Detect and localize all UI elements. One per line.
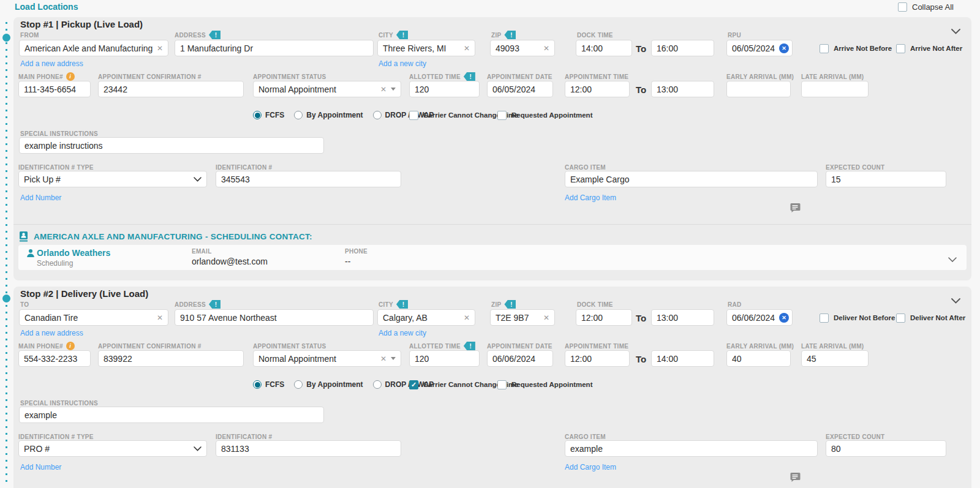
clear-date-icon[interactable]: ✕ <box>779 313 789 323</box>
expected-count-field[interactable] <box>826 440 946 457</box>
city-input[interactable] <box>383 43 461 53</box>
address-field[interactable] <box>175 40 374 56</box>
appt-status-select[interactable]: Normal Appointment ✕ <box>253 350 401 367</box>
late-arrival-input[interactable] <box>807 84 863 94</box>
rpu-date-field[interactable]: ✕ <box>726 40 793 56</box>
special-instructions-input[interactable] <box>24 410 318 420</box>
appt-confirmation-field[interactable] <box>98 81 244 97</box>
appt-date-field[interactable] <box>487 81 553 97</box>
dock-time-from-input[interactable] <box>581 43 627 53</box>
collapse-stop-chevron-icon[interactable] <box>951 26 960 37</box>
cargo-item-field[interactable] <box>565 440 818 457</box>
scheduling-contact-row[interactable]: Orlando Weathers Scheduling EMAIL orland… <box>18 245 967 270</box>
arrive-not-before-checkbox[interactable]: ✓ <box>820 44 829 53</box>
id-type-select[interactable]: PRO # <box>18 440 207 457</box>
cargo-item-input[interactable] <box>570 444 812 454</box>
dock-time-to-field[interactable] <box>651 40 714 56</box>
notes-icon[interactable] <box>790 472 801 485</box>
early-arrival-input[interactable] <box>732 354 785 364</box>
appt-time-to-input[interactable] <box>657 84 709 94</box>
carrier-cannot-change-checkbox[interactable]: ✓ <box>409 111 418 120</box>
radio-by-appointment[interactable]: By Appointment <box>294 111 363 119</box>
dock-time-to-input[interactable] <box>657 313 709 323</box>
radio-fcfs[interactable]: FCFS <box>253 380 284 389</box>
add-city-link[interactable]: Add a new city <box>379 59 426 68</box>
radio-icon[interactable] <box>294 380 303 389</box>
collapse-stop-chevron-icon[interactable] <box>951 295 960 306</box>
clear-icon[interactable]: ✕ <box>464 45 470 52</box>
city-field[interactable]: ✕ <box>377 309 475 326</box>
clear-icon[interactable]: ✕ <box>543 45 549 52</box>
radio-fcfs[interactable]: FCFS <box>253 111 284 119</box>
address-field[interactable] <box>175 309 374 326</box>
add-city-link[interactable]: Add a new city <box>379 329 426 337</box>
special-instructions-field[interactable] <box>19 407 324 423</box>
expected-count-input[interactable] <box>831 175 941 184</box>
clear-icon[interactable]: ✕ <box>157 45 163 52</box>
rad-date-field[interactable]: ✕ <box>726 309 793 326</box>
radio-icon[interactable] <box>253 380 262 389</box>
early-arrival-input[interactable] <box>732 84 785 94</box>
clear-icon[interactable]: ✕ <box>157 314 163 321</box>
dock-time-to-input[interactable] <box>657 43 709 53</box>
appt-time-to-field[interactable] <box>651 350 714 367</box>
radio-icon[interactable] <box>373 380 382 389</box>
dropdown-arrow-icon[interactable] <box>391 88 396 91</box>
late-arrival-field[interactable] <box>801 350 869 367</box>
late-arrival-field[interactable] <box>801 81 869 97</box>
rad-date-input[interactable] <box>732 313 777 323</box>
address-input[interactable] <box>180 313 368 323</box>
appt-status-select[interactable]: Normal Appointment ✕ <box>253 81 401 97</box>
main-phone-field[interactable] <box>18 350 91 367</box>
cargo-item-field[interactable] <box>565 171 818 187</box>
id-number-input[interactable] <box>221 444 396 454</box>
add-number-link[interactable]: Add Number <box>20 193 61 202</box>
deliver-not-before-checkbox[interactable]: ✓ <box>820 313 829 323</box>
appt-time-to-input[interactable] <box>657 354 709 364</box>
radio-icon[interactable] <box>253 111 262 119</box>
chevron-down-icon[interactable] <box>194 446 202 451</box>
id-number-field[interactable] <box>216 440 401 457</box>
expand-contact-chevron-icon[interactable] <box>948 253 957 265</box>
appt-confirmation-input[interactable] <box>104 354 238 364</box>
add-cargo-item-link[interactable]: Add Cargo Item <box>565 463 616 471</box>
radio-by-appointment[interactable]: By Appointment <box>294 380 363 389</box>
to-input[interactable] <box>24 313 154 323</box>
add-cargo-item-link[interactable]: Add Cargo Item <box>565 193 616 202</box>
appt-date-field[interactable] <box>487 350 553 367</box>
zip-field[interactable]: ✕ <box>490 40 555 56</box>
main-phone-input[interactable] <box>24 84 85 94</box>
appt-date-input[interactable] <box>492 354 548 364</box>
arrive-not-after-checkbox[interactable]: ✓ <box>896 44 905 53</box>
expected-count-field[interactable] <box>826 171 946 187</box>
add-number-link[interactable]: Add Number <box>20 463 61 471</box>
appt-time-from-input[interactable] <box>570 84 624 94</box>
allotted-time-field[interactable] <box>409 350 480 367</box>
clear-icon[interactable]: ✕ <box>380 355 386 362</box>
appt-time-from-field[interactable] <box>565 350 630 367</box>
chevron-down-icon[interactable] <box>194 177 202 182</box>
requested-appointment-checkbox[interactable]: ✓ <box>497 380 507 389</box>
expected-count-input[interactable] <box>831 444 941 454</box>
clear-icon[interactable]: ✕ <box>543 314 549 321</box>
appt-time-from-field[interactable] <box>565 81 630 97</box>
cargo-item-input[interactable] <box>570 175 812 184</box>
appt-time-to-field[interactable] <box>651 81 714 97</box>
dropdown-arrow-icon[interactable] <box>391 357 396 360</box>
add-address-link[interactable]: Add a new address <box>20 59 83 68</box>
radio-icon[interactable] <box>294 111 303 119</box>
from-input[interactable] <box>24 43 154 53</box>
early-arrival-field[interactable] <box>726 350 791 367</box>
appt-confirmation-field[interactable] <box>98 350 244 367</box>
id-type-select[interactable]: Pick Up # <box>18 171 207 187</box>
clear-icon[interactable]: ✕ <box>380 86 386 93</box>
carrier-cannot-change-checkbox[interactable]: ✓ <box>409 380 418 389</box>
early-arrival-field[interactable] <box>726 81 791 97</box>
allotted-time-input[interactable] <box>415 84 474 94</box>
address-input[interactable] <box>180 43 368 53</box>
collapse-all-checkbox[interactable]: ✓ <box>898 2 907 12</box>
appt-time-from-input[interactable] <box>570 354 624 364</box>
deliver-not-after-checkbox[interactable]: ✓ <box>896 313 905 323</box>
dock-time-to-field[interactable] <box>651 309 714 326</box>
add-address-link[interactable]: Add a new address <box>20 329 83 337</box>
